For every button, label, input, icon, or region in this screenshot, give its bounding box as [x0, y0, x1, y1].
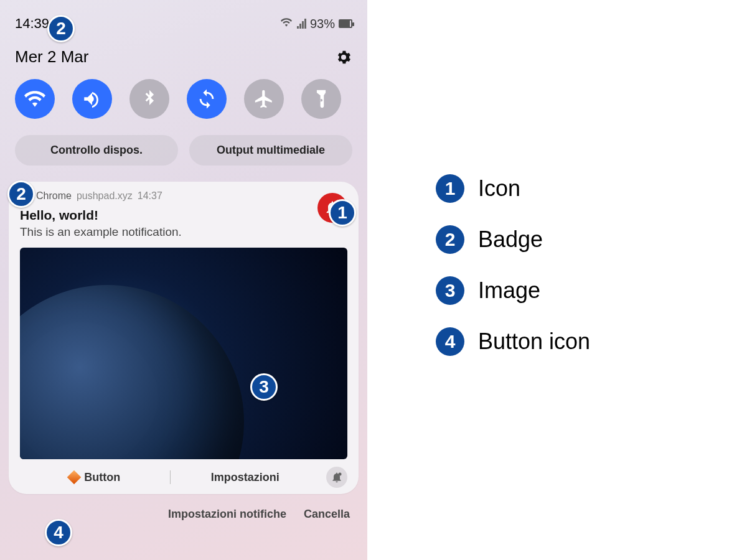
legend-num: 4 — [436, 327, 464, 356]
legend-num: 3 — [436, 276, 464, 305]
media-output-button[interactable]: Output multimediale — [189, 135, 352, 166]
notification-action-settings[interactable]: Impostazioni — [171, 471, 321, 484]
battery-percent: 93% — [310, 17, 335, 31]
notification-domain: pushpad.xyz — [77, 190, 133, 202]
qs-bluetooth-toggle[interactable] — [129, 79, 169, 119]
notification-body: This is an example notification. — [20, 225, 347, 239]
callout-image: 3 — [250, 373, 278, 401]
legend-label: Image — [478, 278, 540, 304]
callout-badge-statusbar: 2 — [47, 15, 75, 42]
device-control-button[interactable]: Controllo dispos. — [15, 135, 178, 166]
notification-image — [20, 248, 347, 459]
shade-bottom-row: Impostazioni notifiche Cancella — [0, 494, 367, 521]
notification-title: Hello, world! — [20, 208, 347, 223]
notification-card[interactable]: Chrome pushpad.xyz 14:37 Hello, world! T… — [9, 182, 359, 494]
notification-time: 14:37 — [138, 190, 162, 202]
phone-notification-shade: 14:39 93% Mer 2 Mar — [0, 0, 367, 560]
qs-airplane-toggle[interactable] — [244, 79, 284, 119]
qs-sound-toggle[interactable] — [72, 79, 112, 119]
callout-icon: 1 — [329, 199, 356, 226]
signal-icon — [297, 19, 306, 29]
legend-label: Badge — [478, 226, 543, 253]
qs-pill-row: Controllo dispos. Output multimediale — [0, 131, 367, 177]
callout-badge-notif: 2 — [7, 180, 35, 208]
notification-header: Chrome pushpad.xyz 14:37 — [20, 190, 347, 202]
notification-settings-link[interactable]: Impostazioni notifiche — [168, 508, 286, 521]
legend: 1 Icon 2 Badge 3 Image 4 Button icon — [436, 174, 590, 356]
callout-button-icon: 4 — [45, 519, 72, 546]
status-right: 93% — [280, 17, 352, 31]
legend-row: 4 Button icon — [436, 327, 590, 356]
legend-label: Icon — [478, 175, 520, 202]
notification-snooze-icon[interactable] — [326, 467, 347, 488]
settings-gear-icon[interactable] — [335, 49, 352, 66]
date-label: Mer 2 Mar — [15, 47, 88, 67]
battery-icon — [339, 19, 352, 28]
clear-all-button[interactable]: Cancella — [304, 508, 350, 521]
button-action-icon — [67, 470, 82, 485]
legend-row: 1 Icon — [436, 174, 590, 203]
notification-action-button-label: Button — [84, 471, 120, 484]
legend-row: 3 Image — [436, 276, 590, 305]
legend-label: Button icon — [478, 329, 590, 355]
svg-point-0 — [339, 473, 342, 476]
qs-rotate-toggle[interactable] — [187, 79, 227, 119]
legend-num: 1 — [436, 174, 464, 203]
quick-settings-row — [0, 73, 367, 131]
legend-row: 2 Badge — [436, 225, 590, 254]
qs-flashlight-toggle[interactable] — [301, 79, 341, 119]
notification-app-name: Chrome — [36, 190, 72, 202]
status-time: 14:39 — [15, 16, 49, 32]
notification-action-button[interactable]: Button — [20, 471, 170, 484]
notification-actions: Button Impostazioni — [20, 467, 347, 488]
wifi-icon — [280, 17, 293, 31]
qs-wifi-toggle[interactable] — [15, 79, 55, 119]
legend-num: 2 — [436, 225, 464, 254]
